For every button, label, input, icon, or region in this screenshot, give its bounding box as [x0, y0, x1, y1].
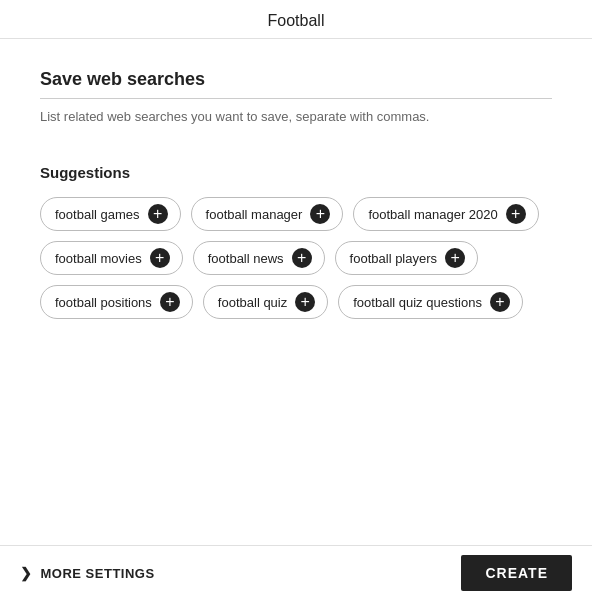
add-icon: + — [506, 204, 526, 224]
main-content: Save web searches List related web searc… — [0, 39, 592, 529]
suggestion-chip[interactable]: football manager+ — [191, 197, 344, 231]
add-icon: + — [292, 248, 312, 268]
add-icon: + — [160, 292, 180, 312]
add-icon: + — [310, 204, 330, 224]
suggestion-chip-label: football movies — [55, 251, 142, 266]
save-searches-title: Save web searches — [40, 69, 552, 90]
suggestions-section: Suggestions football games+football mana… — [40, 164, 552, 319]
suggestion-chip[interactable]: football news+ — [193, 241, 325, 275]
add-icon: + — [490, 292, 510, 312]
add-icon: + — [148, 204, 168, 224]
suggestion-chip-label: football positions — [55, 295, 152, 310]
footer: ❯ MORE SETTINGS CREATE — [0, 545, 592, 600]
save-searches-description: List related web searches you want to sa… — [40, 109, 552, 124]
section-divider — [40, 98, 552, 99]
suggestion-chip-label: football players — [350, 251, 437, 266]
suggestion-chip[interactable]: football quiz+ — [203, 285, 328, 319]
suggestion-chip[interactable]: football games+ — [40, 197, 181, 231]
suggestion-chip-label: football news — [208, 251, 284, 266]
suggestion-chip-label: football quiz questions — [353, 295, 482, 310]
add-icon: + — [295, 292, 315, 312]
suggestion-chip[interactable]: football movies+ — [40, 241, 183, 275]
suggestion-chip-label: football games — [55, 207, 140, 222]
suggestions-label: Suggestions — [40, 164, 552, 181]
suggestion-chip-label: football manager — [206, 207, 303, 222]
chevron-right-icon: ❯ — [20, 565, 33, 581]
add-icon: + — [445, 248, 465, 268]
create-button[interactable]: CREATE — [461, 555, 572, 591]
suggestion-chip-label: football quiz — [218, 295, 287, 310]
save-searches-section: Save web searches List related web searc… — [40, 69, 552, 124]
more-settings-button[interactable]: ❯ MORE SETTINGS — [20, 565, 155, 581]
more-settings-label: MORE SETTINGS — [41, 566, 155, 581]
header-title: Football — [268, 12, 325, 29]
page-title: Football — [0, 0, 592, 39]
suggestion-chip[interactable]: football players+ — [335, 241, 478, 275]
add-icon: + — [150, 248, 170, 268]
suggestion-chip[interactable]: football manager 2020+ — [353, 197, 538, 231]
suggestions-grid: football games+football manager+football… — [40, 197, 552, 319]
suggestion-chip[interactable]: football quiz questions+ — [338, 285, 523, 319]
suggestion-chip-label: football manager 2020 — [368, 207, 497, 222]
suggestion-chip[interactable]: football positions+ — [40, 285, 193, 319]
